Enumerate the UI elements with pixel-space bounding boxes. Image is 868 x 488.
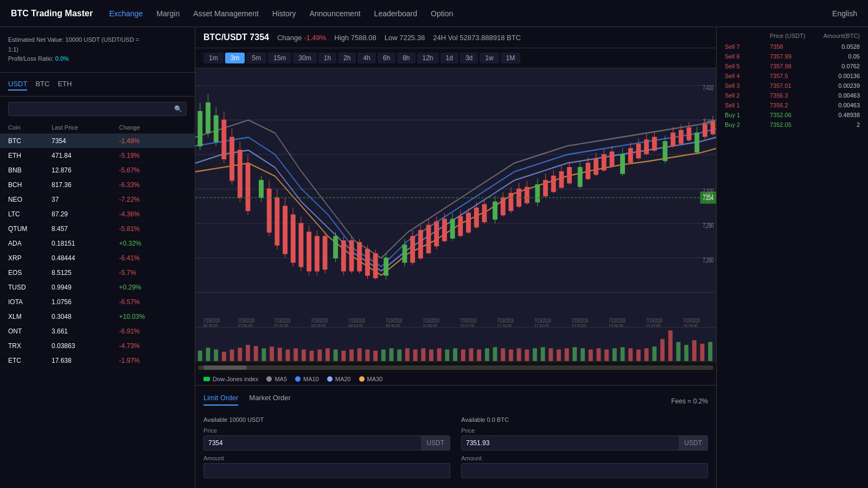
time-tab-5m[interactable]: 5m <box>246 53 266 63</box>
nav-history[interactable]: History <box>272 9 296 18</box>
buy-amount-input[interactable] <box>204 464 450 478</box>
time-tab-1h[interactable]: 1h <box>318 53 336 63</box>
svg-rect-200 <box>477 350 481 361</box>
coin-price: 7354 <box>52 137 119 145</box>
tab-market-order[interactable]: Market Order <box>249 391 291 406</box>
svg-rect-197 <box>453 348 457 361</box>
buy-price-row: Price USDT <box>203 427 450 451</box>
coin-row-tusd[interactable]: TUSD 0.9949 +0.29% <box>0 280 195 295</box>
coin-row-ltc[interactable]: LTC 87.29 -4.36% <box>0 207 195 222</box>
svg-rect-180 <box>317 350 322 361</box>
coin-row-ada[interactable]: ADA 0.18151 +0.32% <box>0 236 195 251</box>
time-tab-1w[interactable]: 1w <box>480 53 499 63</box>
coin-row-xrp[interactable]: XRP 0.48444 -6.41% <box>0 251 195 266</box>
nav-option[interactable]: Option <box>431 9 453 18</box>
svg-rect-179 <box>310 351 314 361</box>
main-nav: Exchange Margin Asset Management History… <box>109 9 453 18</box>
logo: BTC Trading Master <box>11 9 93 18</box>
time-tab-8h[interactable]: 8h <box>397 53 415 63</box>
time-tab-6h[interactable]: 6h <box>378 53 395 63</box>
coin-name: XLM <box>8 313 52 320</box>
ma-item-10: MA10 <box>295 376 319 382</box>
nav-asset-management[interactable]: Asset Management <box>193 9 259 18</box>
orderbook: Price (USDT) Amount(BTC) Sell 7 7358 0.0… <box>716 27 868 488</box>
time-tab-1m[interactable]: 1m <box>203 53 224 63</box>
time-tab-2h[interactable]: 2h <box>338 53 356 63</box>
coin-row-trx[interactable]: TRX 0.03863 -4.73% <box>0 339 195 354</box>
fees-info: Fees = 0.2% <box>671 397 708 405</box>
coin-row-neo[interactable]: NEO 37 -7.22% <box>0 192 195 207</box>
time-tab-1M[interactable]: 1M <box>501 53 521 63</box>
tab-limit-order[interactable]: Limit Order <box>203 391 238 406</box>
nav-exchange[interactable]: Exchange <box>109 9 143 18</box>
ma-item-20: MA20 <box>327 376 351 382</box>
coin-change: +0.32% <box>119 240 187 247</box>
scrollbar-thumb[interactable] <box>203 365 247 370</box>
time-tab-3m[interactable]: 3m <box>225 53 245 63</box>
coin-row-bnb[interactable]: BNB 12.876 -5.67% <box>0 163 195 178</box>
coin-row-xlm[interactable]: XLM 0.3048 +10.03% <box>0 310 195 324</box>
coin-price: 0.48444 <box>52 254 119 262</box>
sidebar: Estimated Net Value: 10000 USDT (USDT/US… <box>0 27 195 488</box>
coin-name: NEO <box>8 196 52 203</box>
ma-item-30: MA30 <box>359 376 383 382</box>
coin-row-btc[interactable]: BTC 7354 -1.49% <box>0 134 195 149</box>
tab-btc[interactable]: BTC <box>35 78 49 91</box>
coin-name: TRX <box>8 342 52 350</box>
search-box: 🔍 <box>8 102 187 116</box>
nav-leaderboard[interactable]: Leaderboard <box>374 9 417 18</box>
search-input[interactable] <box>8 102 187 116</box>
coin-row-ont[interactable]: ONT 3.661 -6.91% <box>0 324 195 339</box>
svg-rect-215 <box>597 348 601 361</box>
svg-rect-196 <box>445 350 449 361</box>
nav-announcement[interactable]: Announcement <box>309 9 360 18</box>
language-selector[interactable]: English <box>832 9 857 18</box>
coin-row-iota[interactable]: IOTA 1.0756 -6.57% <box>0 295 195 310</box>
chart-scrollbar[interactable] <box>195 362 716 373</box>
time-tab-3d[interactable]: 3d <box>460 53 478 63</box>
ma5-label: MA5 <box>275 376 287 382</box>
scrollbar-track <box>198 365 713 370</box>
svg-rect-203 <box>501 348 505 361</box>
ob-sell-7: Sell 7 7358 0.0528 <box>722 42 863 52</box>
time-tab-15m[interactable]: 15m <box>268 53 291 63</box>
svg-text:7,410: 7,410 <box>703 84 714 91</box>
time-tab-30m[interactable]: 30m <box>293 53 316 63</box>
ma20-label: MA20 <box>335 376 351 382</box>
time-tab-1d[interactable]: 1d <box>441 53 458 63</box>
buy-price-input[interactable] <box>204 436 421 450</box>
coin-row-bch[interactable]: BCH 817.36 -6.33% <box>0 178 195 192</box>
tab-eth[interactable]: ETH <box>58 78 72 91</box>
svg-text:7,320: 7,320 <box>703 187 714 195</box>
coin-row-qtum[interactable]: QTUM 8.457 -5.81% <box>0 222 195 236</box>
svg-text:7,380: 7,380 <box>703 118 714 125</box>
coin-name: ETH <box>8 152 52 159</box>
coin-row-eth[interactable]: ETH 471.84 -5.19% <box>0 149 195 163</box>
sell-price-input[interactable] <box>462 436 679 450</box>
coin-row-etc[interactable]: ETC 17.638 -1.97% <box>0 354 195 368</box>
svg-rect-219 <box>628 348 633 361</box>
chart-low: Low 7225.38 <box>385 34 425 42</box>
svg-rect-207 <box>533 348 537 361</box>
time-tab-4h[interactable]: 4h <box>358 53 375 63</box>
time-tab-12h[interactable]: 12h <box>417 53 439 63</box>
svg-rect-167 <box>214 350 218 361</box>
sell-amount-input[interactable] <box>462 464 707 478</box>
sell-price-unit: USDT <box>679 436 707 450</box>
volume-svg <box>195 328 716 362</box>
coin-price: 0.03863 <box>52 342 119 350</box>
buy-amount-row: Amount <box>203 455 450 478</box>
svg-rect-185 <box>358 348 362 361</box>
main-layout: Estimated Net Value: 10000 USDT (USDT/US… <box>0 27 868 488</box>
svg-rect-175 <box>278 348 282 361</box>
coin-name: TUSD <box>8 284 52 291</box>
coin-name: EOS <box>8 269 52 277</box>
ma-item-5: MA5 <box>266 376 287 382</box>
nav-margin[interactable]: Margin <box>156 9 180 18</box>
svg-rect-168 <box>222 352 226 361</box>
currency-tabs: USDT BTC ETH <box>0 73 195 97</box>
coin-row-eos[interactable]: EOS 8.5125 -5.7% <box>0 266 195 280</box>
svg-rect-209 <box>548 348 553 361</box>
svg-rect-176 <box>286 350 290 361</box>
tab-usdt[interactable]: USDT <box>8 78 27 91</box>
